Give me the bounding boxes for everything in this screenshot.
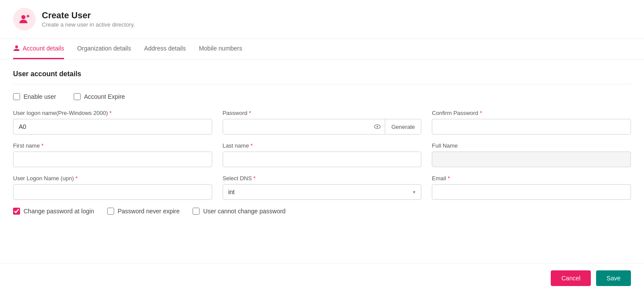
- last-name-group: Last name *: [223, 142, 422, 167]
- select-dns-group: Select DNS * int: [223, 175, 422, 200]
- user-cannot-change-label: User cannot change password: [203, 208, 285, 215]
- account-expire-label: Account Expire: [84, 93, 125, 100]
- logon-name-label: User logon name(Pre-Windows 2000) *: [13, 110, 212, 116]
- full-name-label: Full Name: [432, 142, 631, 149]
- upn-input[interactable]: [13, 184, 212, 200]
- confirm-password-label: Confirm Password *: [432, 110, 631, 116]
- form-section: User account details Enable user Account…: [0, 60, 644, 228]
- confirm-password-input[interactable]: [432, 119, 631, 135]
- email-label: Email *: [432, 175, 631, 182]
- enable-user-group: Enable user: [13, 93, 56, 100]
- password-never-expire-label: Password never expire: [118, 208, 180, 215]
- header-text: Create User Create a new user in active …: [42, 10, 135, 28]
- last-name-input[interactable]: [223, 152, 422, 167]
- user-cannot-change-group: User cannot change password: [193, 208, 285, 215]
- first-name-group: First name *: [13, 142, 212, 167]
- change-password-label: Change password at login: [24, 208, 94, 215]
- logon-name-group: User logon name(Pre-Windows 2000) *: [13, 110, 212, 135]
- password-label: Password *: [223, 110, 422, 116]
- select-dns-select[interactable]: int: [223, 184, 422, 200]
- form-grid: User logon name(Pre-Windows 2000) * Pass…: [13, 110, 631, 200]
- tab-account-details[interactable]: Account details: [13, 39, 64, 59]
- tab-organization-details[interactable]: Organization details: [77, 39, 131, 59]
- page-title: Create User: [42, 10, 135, 20]
- tab-mobile-numbers-label: Mobile numbers: [199, 45, 242, 52]
- svg-point-0: [21, 15, 25, 19]
- options-row: Change password at login Password never …: [13, 208, 631, 215]
- account-expire-checkbox[interactable]: [74, 93, 81, 100]
- page-subtitle: Create a new user in active directory.: [42, 21, 135, 28]
- enable-user-checkbox[interactable]: [13, 93, 20, 100]
- change-password-group: Change password at login: [13, 208, 94, 215]
- full-name-group: Full Name: [432, 142, 631, 167]
- password-input[interactable]: [223, 119, 370, 134]
- enable-user-label: Enable user: [24, 93, 56, 100]
- page-header: Create User Create a new user in active …: [0, 0, 644, 39]
- tab-address-details[interactable]: Address details: [144, 39, 186, 59]
- password-eye-icon[interactable]: [370, 123, 385, 131]
- password-wrapper: Generate: [223, 119, 422, 135]
- select-dns-wrapper: int: [223, 184, 422, 200]
- select-dns-label: Select DNS *: [223, 175, 422, 182]
- tab-bar: Account details Organization details Add…: [0, 39, 644, 60]
- top-checkboxes: Enable user Account Expire: [13, 93, 631, 100]
- email-input[interactable]: [432, 184, 631, 200]
- password-never-expire-checkbox[interactable]: [107, 208, 114, 215]
- password-never-expire-group: Password never expire: [107, 208, 180, 215]
- last-name-label: Last name *: [223, 142, 422, 149]
- upn-group: User Logon Name (upn) *: [13, 175, 212, 200]
- generate-button[interactable]: Generate: [385, 119, 421, 134]
- create-user-icon: [18, 13, 31, 25]
- tab-account-details-label: Account details: [23, 45, 64, 52]
- section-title: User account details: [13, 70, 631, 84]
- user-cannot-change-checkbox[interactable]: [193, 208, 200, 215]
- header-icon: [13, 8, 36, 30]
- tab-address-details-label: Address details: [144, 45, 186, 52]
- confirm-password-group: Confirm Password *: [432, 110, 631, 135]
- first-name-input[interactable]: [13, 152, 212, 167]
- account-expire-group: Account Expire: [74, 93, 125, 100]
- svg-point-5: [376, 126, 378, 128]
- logon-name-input[interactable]: [13, 119, 212, 135]
- account-details-icon: [13, 45, 20, 52]
- tab-organization-details-label: Organization details: [77, 45, 131, 52]
- change-password-checkbox[interactable]: [13, 208, 20, 215]
- tab-mobile-numbers[interactable]: Mobile numbers: [199, 39, 242, 59]
- first-name-label: First name *: [13, 142, 212, 149]
- upn-label: User Logon Name (upn) *: [13, 175, 212, 182]
- email-group: Email *: [432, 175, 631, 200]
- password-group: Password * Generate: [223, 110, 422, 135]
- full-name-input: [432, 152, 631, 167]
